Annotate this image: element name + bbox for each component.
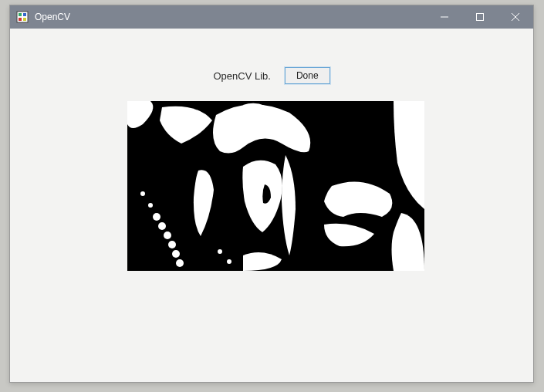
svg-rect-1 (19, 13, 22, 16)
done-button[interactable]: Done (285, 67, 330, 84)
svg-rect-2 (23, 13, 26, 16)
control-row: OpenCV Lib. Done (10, 67, 533, 84)
svg-point-15 (176, 259, 184, 267)
titlebar: OpenCV (10, 5, 533, 29)
svg-point-17 (148, 203, 153, 208)
svg-point-12 (164, 231, 171, 239)
close-icon (512, 13, 519, 21)
svg-point-14 (172, 250, 180, 258)
svg-rect-4 (23, 18, 26, 21)
svg-point-10 (153, 213, 160, 221)
svg-point-13 (168, 241, 176, 248)
svg-rect-6 (477, 14, 484, 21)
svg-point-18 (218, 249, 222, 254)
svg-point-16 (140, 191, 145, 196)
library-label: OpenCV Lib. (213, 70, 270, 82)
svg-point-19 (227, 259, 231, 264)
minimize-icon (441, 13, 448, 21)
image-display (127, 101, 424, 271)
window-title: OpenCV (33, 12, 70, 22)
maximize-button[interactable] (462, 5, 498, 29)
minimize-button[interactable] (427, 5, 462, 29)
close-button[interactable] (498, 5, 533, 29)
app-icon (16, 11, 29, 23)
client-area: OpenCV Lib. Done (10, 29, 533, 382)
maximize-icon (476, 13, 484, 21)
application-window: OpenCV OpenCV Lib. Done (9, 5, 534, 383)
svg-rect-3 (19, 18, 22, 21)
svg-point-11 (158, 222, 166, 230)
